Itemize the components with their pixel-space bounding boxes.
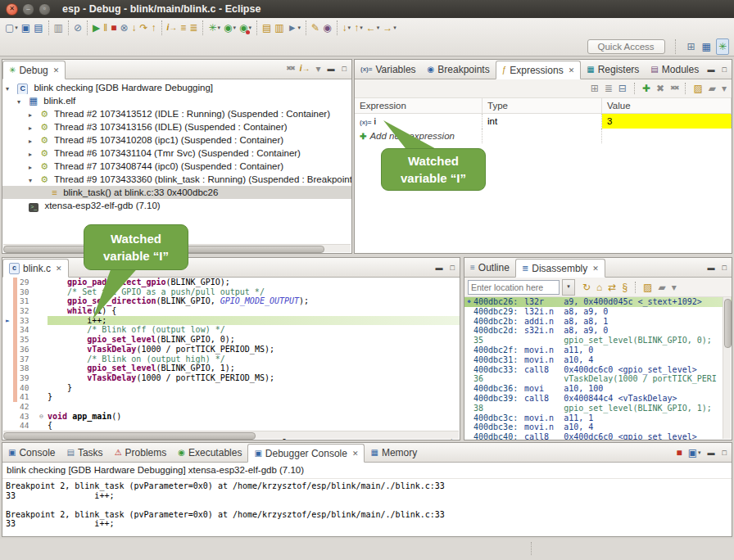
terminate-icon[interactable]: ■ — [674, 445, 683, 460]
close-icon[interactable]: ✕ — [352, 449, 359, 458]
open-perspective-icon[interactable]: ⊞ — [686, 39, 697, 54]
remove-expression-icon[interactable]: ✖ — [655, 81, 666, 96]
view-menu-icon[interactable]: ▾ — [670, 280, 678, 295]
dropdown-arrow-icon[interactable]: ▾ — [698, 449, 701, 456]
skip-all-breakpoints-icon[interactable]: ⊘ — [72, 20, 84, 35]
tree-expander-icon[interactable]: ▾ — [29, 174, 38, 186]
thread-node[interactable]: ▸ ⚙ Thread #7 1073408744 (ipc0) (Suspend… — [2, 160, 351, 173]
suspend-icon[interactable]: ‖ — [102, 20, 109, 35]
home-icon[interactable]: ⌂ — [595, 280, 604, 295]
show-source-toggle-icon[interactable]: § — [620, 280, 629, 295]
disassembly-listing[interactable]: ◆ 400dbc26: l32r a9, 0x400d045c <_stext+… — [464, 297, 732, 440]
display-selected-console-icon[interactable]: ▣ ▾ — [686, 445, 703, 460]
Outline[interactable]: ≡ Outline — [464, 258, 515, 277]
dropdown-arrow-icon[interactable]: ▾ — [217, 25, 220, 31]
debug-tree[interactable]: ▾ C blink checking [GDB Hardware Debuggi… — [2, 79, 351, 212]
elf-node[interactable]: ▾ ▦ blink.elf — [2, 94, 351, 107]
minimize-view-icon[interactable]: ▬ — [433, 264, 446, 272]
line-number[interactable]: 40 — [17, 383, 39, 393]
sync-context-toggle-icon[interactable]: ⇄ — [606, 280, 618, 295]
Tasks[interactable]: ▤ Tasks — [61, 443, 108, 462]
thread-node[interactable]: ▸ ⚙ Thread #5 1073410208 (ipc1) (Suspend… — [2, 133, 351, 147]
line-number[interactable]: 31 — [17, 296, 39, 306]
stack-frame-node[interactable]: ≡ blink_task() at blink.c:33 0x400dbc26 — [2, 186, 351, 199]
minimize-window-button[interactable]: – — [22, 3, 34, 16]
instruction-stepping-toggle-icon[interactable]: i→ — [298, 61, 312, 76]
tree-expander-icon[interactable]: ▾ — [17, 96, 26, 107]
launch-icon[interactable]: ► ▾ — [286, 20, 302, 35]
line-number[interactable]: 39 — [17, 373, 39, 383]
Breakpoints[interactable]: ◉ Breakpoints — [422, 60, 496, 79]
line-number[interactable]: 34 — [17, 325, 39, 335]
dropdown-arrow-icon[interactable]: ▾ — [360, 25, 363, 31]
Console[interactable]: ▣ Console — [2, 443, 61, 462]
add-expression-icon[interactable]: ✚ — [641, 81, 652, 96]
Modules[interactable]: ▤ Modules — [645, 60, 705, 79]
line-number[interactable]: 36 — [17, 345, 39, 355]
line-number[interactable]: 29 — [17, 278, 39, 287]
Debugger Console[interactable]: ▣ Debugger Console ✕ — [247, 444, 365, 463]
close-window-button[interactable]: ✕ — [6, 3, 18, 16]
column-expression[interactable]: Expression — [355, 98, 483, 113]
back-icon[interactable]: ← ▾ — [365, 20, 382, 35]
remove-all-expressions-icon[interactable]: ✖✖ — [668, 81, 679, 96]
maximize-view-icon[interactable]: □ — [340, 65, 349, 73]
editor-horizontal-scrollbar[interactable] — [3, 431, 459, 439]
remove-all-terminated-icon[interactable]: ✖✖ — [284, 61, 295, 76]
show-breakpoint-types-icon[interactable]: ≣ — [188, 20, 199, 35]
console-output[interactable]: Breakpoint 2, blink_task (pvParameter=0x… — [2, 479, 732, 529]
Expressions[interactable]: ƒ Expressions ✕ — [496, 61, 581, 79]
run-icon[interactable]: ◉ ▾ — [222, 20, 238, 35]
close-icon[interactable]: ✕ — [53, 66, 60, 75]
format-icon[interactable]: ✎ — [310, 20, 321, 35]
dropdown-arrow-icon[interactable]: ▾ — [348, 25, 351, 31]
show-logical-structure-icon[interactable]: ≣ — [603, 81, 614, 96]
line-number[interactable]: 32 — [17, 306, 39, 316]
save-all-icon[interactable]: ▤ — [32, 20, 44, 35]
scrollbar-thumb[interactable] — [3, 432, 256, 440]
Variables[interactable]: (x)= Variables — [355, 60, 422, 79]
column-type[interactable]: Type — [483, 98, 602, 113]
close-icon[interactable]: ✕ — [592, 264, 599, 273]
new-view-icon[interactable]: ▨ — [691, 81, 704, 96]
collapse-all-icon[interactable]: ⊟ — [617, 81, 628, 96]
last-edit-location-icon[interactable]: ↓ ▾ — [341, 20, 353, 35]
web-browser-icon[interactable]: ◉ — [321, 20, 333, 35]
tab-debug[interactable]: ✳ Debug ✕ — [2, 61, 66, 79]
line-number[interactable]: 38 — [17, 364, 39, 373]
Memory[interactable]: ▦ Memory — [365, 443, 423, 462]
expression-row[interactable]: (x)=i int 3 — [355, 114, 732, 129]
resume-icon[interactable]: ▶ — [91, 20, 102, 35]
scrollbar-thumb[interactable] — [724, 299, 732, 349]
column-value[interactable]: Value — [602, 98, 732, 113]
expression-value[interactable]: 3 — [602, 114, 732, 129]
launch-node[interactable]: ▾ C blink checking [GDB Hardware Debuggi… — [2, 81, 351, 94]
line-number[interactable]: 33 — [17, 316, 39, 326]
step-over-icon[interactable]: ↷ — [138, 20, 149, 35]
quick-access-button[interactable]: Quick Access — [587, 39, 665, 54]
refresh-icon[interactable]: ↻ — [581, 280, 592, 295]
build-icon[interactable]: ▥ — [52, 20, 65, 35]
line-number[interactable]: 44 — [17, 421, 39, 431]
maximize-view-icon[interactable]: □ — [720, 264, 729, 272]
view-menu-icon[interactable]: ▾ — [720, 81, 728, 96]
maximize-view-icon[interactable]: □ — [720, 449, 729, 457]
open-resource-icon[interactable]: ▥ — [273, 20, 285, 35]
minimize-view-icon[interactable]: ▬ — [325, 65, 338, 73]
open-type-icon[interactable]: ▤ — [261, 20, 273, 35]
line-number[interactable]: 37 — [17, 355, 39, 364]
show-type-names-icon[interactable]: ⊞ — [589, 81, 600, 96]
Problems[interactable]: ⚠ Problems — [109, 443, 173, 462]
Disassembly[interactable]: ≣ Disassembly ✕ — [515, 259, 605, 278]
show-debug-lists-icon[interactable]: ≡ — [179, 20, 188, 35]
dropdown-arrow-icon[interactable]: ▾ — [298, 25, 301, 31]
tree-expander-icon[interactable]: ▸ — [29, 135, 38, 147]
step-return-icon[interactable]: ↑ — [150, 20, 158, 35]
fold-collapse-icon[interactable]: ⊖ — [39, 413, 43, 420]
line-number[interactable]: 35 — [17, 335, 39, 345]
new-view-icon[interactable]: ▨ — [641, 280, 654, 295]
location-dropdown-icon[interactable]: ▾ — [562, 279, 575, 296]
Registers[interactable]: ▦ Registers — [581, 60, 645, 79]
dropdown-arrow-icon[interactable]: ▾ — [377, 25, 380, 31]
expressions-table-header[interactable]: Expression Type Value — [355, 98, 732, 114]
